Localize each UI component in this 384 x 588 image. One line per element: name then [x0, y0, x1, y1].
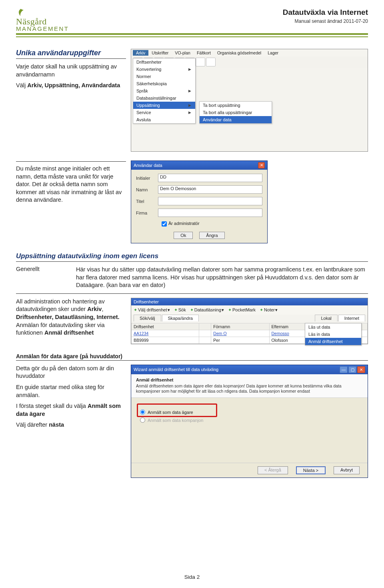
menu-item-service[interactable]: Service▶: [133, 109, 195, 116]
back-button: < Återgå: [258, 466, 288, 474]
doc-subtitle: Manual senast ändrad 2011-07-20: [283, 18, 368, 24]
label-initialer: Initialer: [136, 176, 158, 181]
chevron-right-icon: ▶: [188, 67, 191, 71]
menu-item-databasinstallningar[interactable]: Databasinställningar: [133, 94, 195, 102]
menu-arkiv[interactable]: Arkiv: [133, 50, 148, 56]
menu-organiska[interactable]: Organiska gödselmedel: [214, 50, 264, 56]
submenu-tabortuppsattning[interactable]: Ta bort uppsättning: [200, 102, 272, 109]
toolbar-icon[interactable]: [206, 58, 216, 66]
menu-item-driftsenheter[interactable]: Driftsenheter: [133, 58, 195, 66]
toolbar-row: ✦Välj driftsenhet ▾ ✦Sök ✦Datautläsning …: [131, 305, 368, 315]
section5-para2: En guide startar med olika steg för anmä…: [16, 383, 126, 399]
section-divider: [16, 161, 126, 162]
menu-item-normer[interactable]: Normer: [133, 73, 195, 80]
tb-noter[interactable]: ✦Noter ▾: [260, 307, 278, 313]
cancel-button[interactable]: Ångra: [199, 232, 224, 239]
dialog-anvandardata: Användar data ✕ InitialerDD NamnDem O De…: [131, 161, 268, 243]
generellt-text: Här visas hur du sätter upp datautväxlin…: [76, 266, 368, 289]
input-namn[interactable]: Dem O Demosson: [158, 185, 262, 194]
th-sok[interactable]: [199, 323, 211, 330]
th-driftsenhet[interactable]: Driftsenhet: [132, 323, 199, 330]
uppsattning-submenu: Ta bort uppsättning Ta bort alla uppsätt…: [199, 101, 272, 124]
section-unika-title: Unika användaruppgifter: [16, 49, 126, 59]
toolbar-icon[interactable]: [196, 58, 205, 66]
page-number: Sida 2: [0, 574, 384, 580]
section-uppsattning-title: Uppsättning datautväxling inom egen lice…: [16, 252, 368, 262]
dialog-title: Användar data: [134, 163, 162, 168]
tab-internet[interactable]: Internet: [338, 315, 365, 321]
label-titel: Titel: [136, 199, 158, 204]
chevron-right-icon: ▶: [188, 103, 191, 107]
ok-button[interactable]: Ok: [174, 232, 193, 239]
section5-para3: I första steget skall du välja Anmält so…: [16, 402, 126, 418]
input-firma[interactable]: [158, 209, 262, 217]
section5-heading: Anmälan för data ägare (på huvuddator): [16, 353, 368, 361]
checkbox-admin[interactable]: Är administratör: [160, 220, 262, 228]
wizard-title: Wizard anmäld driftsenhet till data utvä…: [134, 367, 218, 372]
submenu-anvandardata[interactable]: Användar data: [200, 116, 272, 123]
menu-faltkort[interactable]: Fältkort: [194, 50, 214, 56]
cancel-button[interactable]: Avbryt: [334, 466, 360, 474]
arkiv-dropdown: Driftsenheter Konvertering▶ Normer Säker…: [133, 58, 196, 124]
tab-sokvalj[interactable]: Sök/välj: [134, 315, 161, 321]
brand-logo: Näsgård MANAGEMENT: [16, 8, 69, 32]
tb-datautlasning[interactable]: ✦Datautläsning ▾: [190, 307, 224, 313]
menu-item-sprak[interactable]: Språk▶: [133, 87, 195, 94]
wizard-header-pane: Anmäl driftsenhet Anmäl driftsenheten so…: [131, 374, 368, 398]
menu-item-avsluta[interactable]: Avsluta: [133, 116, 195, 123]
subtabs: Sök/välj Skapa/ändra Lokal Internet: [131, 315, 368, 323]
brand-line2: MANAGEMENT: [16, 26, 69, 32]
header-right: Datautväxla via Internet Manual senast ä…: [283, 8, 368, 24]
doc-title: Datautväxla via Internet: [283, 8, 368, 17]
th-fornamn[interactable]: Förnamn: [211, 323, 269, 330]
menu-lager[interactable]: Lager: [264, 50, 282, 56]
menu-item-konvertering[interactable]: Konvertering▶: [133, 66, 195, 73]
menu-voplan[interactable]: VO-plan: [172, 50, 194, 56]
input-titel[interactable]: [158, 197, 262, 205]
tab-skapaandra[interactable]: Skapa/ändra: [162, 315, 199, 321]
datautlasning-menu: Läs ut data Läs in data Anmäl driftsenhe…: [305, 323, 362, 345]
tb-pocketmark[interactable]: ✦PocketMark: [228, 307, 256, 313]
chevron-right-icon: ▶: [188, 110, 191, 114]
menubar: Arkiv Utskrifter VO-plan Fältkort Organi…: [131, 49, 368, 56]
close-icon[interactable]: ✕: [258, 162, 265, 169]
tb-sok[interactable]: ✦Sök: [174, 307, 186, 313]
highlight-box: [137, 403, 217, 417]
section4-para: All administration och hantering av data…: [16, 298, 126, 337]
driftsenheter-title: Driftsenheter: [134, 299, 159, 304]
checkbox-admin-box[interactable]: [162, 221, 167, 227]
brand-line1: Näsgård: [16, 18, 69, 26]
page-header: Näsgård MANAGEMENT Datautväxla via Inter…: [16, 8, 368, 35]
tab-lokal[interactable]: Lokal: [315, 315, 337, 321]
generellt-label: Generellt: [16, 266, 64, 289]
section-divider: [16, 293, 368, 294]
maximize-icon[interactable]: ▢: [348, 366, 356, 373]
section1-para1: Varje dator skall ha unik uppsättning av…: [16, 63, 126, 78]
next-button[interactable]: Nästa >: [296, 466, 326, 474]
label-firma: Firma: [136, 211, 158, 215]
tb-valj[interactable]: ✦Välj driftsenhet ▾: [134, 307, 170, 313]
dialog-wizard: Wizard anmäld driftsenhet till data utvä…: [131, 365, 368, 478]
minimize-icon[interactable]: ―: [340, 366, 348, 373]
screenshot-arkiv-menu: Arkiv Utskrifter VO-plan Fältkort Organi…: [131, 49, 368, 152]
ctx-lasin[interactable]: Läs in data: [305, 331, 361, 338]
label-namn: Namn: [136, 187, 158, 192]
menu-item-sakerhetskopia[interactable]: Säkerhetskopia: [133, 80, 195, 87]
radio-input[interactable]: [140, 417, 145, 423]
section5-para4: Välj därefter nästa: [16, 421, 126, 429]
section2-para: Du måste minst ange initialer och ett na…: [16, 165, 126, 204]
ctx-lasut[interactable]: Läs ut data: [305, 323, 361, 331]
radio-data-kompanjon[interactable]: Anmält som data kompanjon: [140, 417, 359, 423]
chevron-right-icon: ▶: [188, 89, 191, 93]
section1-para2: Välj Arkiv, Uppsättning, Användardata: [16, 82, 126, 90]
wizard-pane-title: Anmäl driftsenhet: [136, 377, 363, 382]
menu-utskrifter[interactable]: Utskrifter: [148, 50, 172, 56]
close-icon[interactable]: ✕: [357, 366, 365, 373]
input-initialer[interactable]: DD: [158, 174, 262, 182]
submenu-tabortalla[interactable]: Ta bort alla uppsättningar: [200, 109, 272, 116]
screenshot-driftsenheter: Driftsenheter ✦Välj driftsenhet ▾ ✦Sök ✦…: [131, 298, 368, 344]
ctx-anmal[interactable]: Anmäl driftsenhet: [305, 338, 361, 345]
menu-item-uppsattning[interactable]: Uppsättning▶: [133, 102, 195, 109]
wizard-pane-desc: Anmäl driftsenheten som data ägare eller…: [136, 383, 363, 394]
section5-para1: Detta gör du på den datorn som är din hu…: [16, 365, 126, 380]
